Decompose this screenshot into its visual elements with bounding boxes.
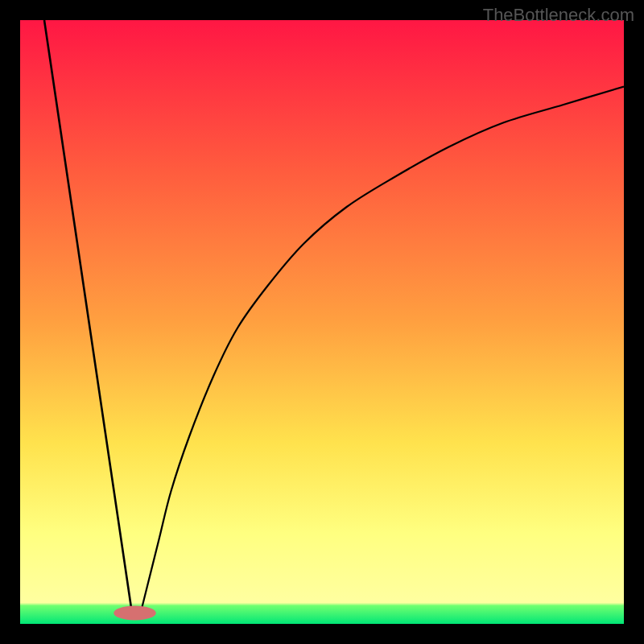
watermark-text: TheBottleneck.com [483, 5, 634, 26]
chart-frame [0, 0, 644, 644]
